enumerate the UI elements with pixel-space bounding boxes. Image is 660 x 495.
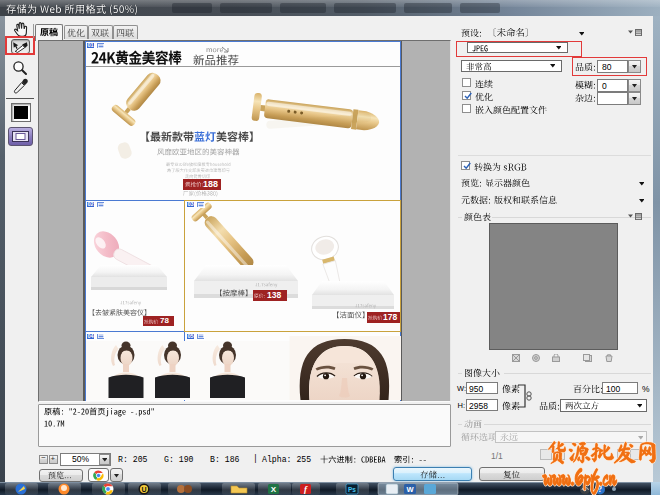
- svg-text:W: W: [406, 485, 414, 494]
- svg-text:U: U: [141, 485, 146, 492]
- svg-text:Ps: Ps: [348, 485, 356, 492]
- svg-text:X: X: [271, 485, 277, 494]
